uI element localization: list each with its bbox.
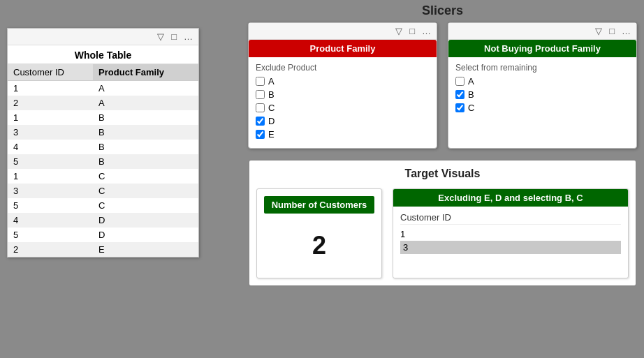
slicer-item-label: A <box>268 76 275 87</box>
col-customer-id: Customer ID <box>8 64 93 81</box>
product-family-slicer-header: Product Family <box>249 40 437 57</box>
cell-customer-id: 1 <box>8 110 93 125</box>
slicer-checkbox[interactable] <box>256 117 265 126</box>
cell-customer-id: 2 <box>8 242 93 257</box>
filter-icon[interactable]: ▽ <box>155 31 166 43</box>
more-icon[interactable]: … <box>182 31 195 43</box>
cell-product-family: C <box>93 184 198 198</box>
slicer-item[interactable]: B <box>256 89 430 100</box>
not-buying-slicer-header: Not Buying Product Family <box>448 40 636 57</box>
slicer-checkbox[interactable] <box>256 90 265 99</box>
table-row: 4B <box>8 140 198 154</box>
cell-product-family: E <box>93 242 198 257</box>
number-of-customers-value: 2 <box>264 221 374 271</box>
slicer-checkbox[interactable] <box>455 90 464 99</box>
cell-customer-id: 1 <box>8 81 93 96</box>
slicer-item-label: C <box>468 103 474 113</box>
slicers-section: Slicers ▽ □ … Product Family Exclude Pro… <box>248 3 637 351</box>
cell-customer-id: 4 <box>8 140 93 154</box>
excluding-rows: 13 <box>400 228 621 254</box>
cell-product-family: A <box>93 96 198 110</box>
slicer-item-label: A <box>468 76 474 87</box>
whole-table-body: 1A2A1B3B4B5B1C3C5C4D5D2E <box>8 81 198 258</box>
cell-customer-id: 2 <box>8 96 93 110</box>
table-row: 2E <box>8 242 198 257</box>
not-buying-slicer: ▽ □ … Not Buying Product Family Select f… <box>448 22 637 149</box>
cell-product-family: C <box>93 198 198 213</box>
slicer-item-label: C <box>268 103 275 113</box>
slicer-item[interactable]: A <box>455 76 629 87</box>
table-header-row: Customer ID Product Family <box>8 64 198 81</box>
slicers-row: ▽ □ … Product Family Exclude Product ABC… <box>248 22 637 149</box>
whole-table-title: Whole Table <box>8 45 198 64</box>
cell-product-family: B <box>93 140 198 154</box>
not-buying-sub-label: Select from remaining <box>455 63 629 73</box>
cell-customer-id: 3 <box>8 125 93 140</box>
list-item: 1 <box>400 228 621 241</box>
product-family-slicer: ▽ □ … Product Family Exclude Product ABC… <box>248 22 437 149</box>
table-row: 5B <box>8 154 198 169</box>
whole-table: Customer ID Product Family 1A2A1B3B4B5B1… <box>8 64 198 257</box>
slicer-item-label: E <box>268 129 275 140</box>
slicer-item-label: B <box>268 89 275 100</box>
cell-customer-id: 1 <box>8 169 93 184</box>
nb-more-icon[interactable]: … <box>620 25 633 37</box>
slicer-item-label: D <box>268 116 275 126</box>
product-family-items: ABCDE <box>256 76 430 140</box>
cell-product-family: B <box>93 110 198 125</box>
slicer-item[interactable]: B <box>455 89 629 100</box>
table-row: 3C <box>8 184 198 198</box>
cell-product-family: A <box>93 81 198 96</box>
excluding-card-header: Excluding E, D and selecting B, C <box>393 189 628 207</box>
target-visuals-title: Target Visuals <box>256 167 629 180</box>
slicer-checkbox[interactable] <box>256 130 265 139</box>
slicer-checkbox[interactable] <box>256 103 265 112</box>
excluding-card: Excluding E, D and selecting B, C Custom… <box>393 188 629 278</box>
table-row: 5C <box>8 198 198 213</box>
cell-customer-id: 5 <box>8 228 93 242</box>
export-icon[interactable]: □ <box>169 31 179 43</box>
product-family-slicer-body: Exclude Product ABCDE <box>249 57 437 148</box>
cell-customer-id: 5 <box>8 198 93 213</box>
slicer-checkbox[interactable] <box>256 77 265 86</box>
product-family-sub-label: Exclude Product <box>256 63 430 73</box>
not-buying-items: ABC <box>455 76 629 113</box>
excluding-card-col-header: Customer ID <box>400 212 621 225</box>
slicer-toolbar-nb: ▽ □ … <box>448 23 636 40</box>
whole-table-panel: ▽ □ … Whole Table Customer ID Product Fa… <box>7 28 199 258</box>
nb-export-icon[interactable]: □ <box>607 25 617 37</box>
slicers-title: Slicers <box>248 3 637 18</box>
target-visuals-section: Target Visuals Number of Customers 2 Exc… <box>248 159 637 287</box>
cell-customer-id: 3 <box>8 184 93 198</box>
nb-filter-icon[interactable]: ▽ <box>593 25 604 37</box>
cell-product-family: B <box>93 125 198 140</box>
slicer-filter-icon[interactable]: ▽ <box>393 25 404 37</box>
cell-customer-id: 5 <box>8 154 93 169</box>
slicer-item[interactable]: C <box>455 103 629 113</box>
slicer-checkbox[interactable] <box>455 77 464 86</box>
cell-product-family: C <box>93 169 198 184</box>
table-row: 2A <box>8 96 198 110</box>
cell-customer-id: 4 <box>8 213 93 228</box>
slicer-checkbox[interactable] <box>455 103 464 112</box>
slicer-item[interactable]: C <box>256 103 430 113</box>
table-row: 4D <box>8 213 198 228</box>
table-row: 3B <box>8 125 198 140</box>
slicer-item[interactable]: E <box>256 129 430 140</box>
slicer-more-icon[interactable]: … <box>420 25 433 37</box>
slicer-item[interactable]: A <box>256 76 430 87</box>
cell-product-family: D <box>93 213 198 228</box>
slicer-export-icon[interactable]: □ <box>407 25 417 37</box>
not-buying-slicer-body: Select from remaining ABC <box>448 57 636 121</box>
slicer-item[interactable]: D <box>256 116 430 126</box>
cell-product-family: D <box>93 228 198 242</box>
table-toolbar: ▽ □ … <box>8 29 198 45</box>
slicer-item-label: B <box>468 89 474 100</box>
slicer-toolbar-pf: ▽ □ … <box>249 23 437 40</box>
table-row: 1C <box>8 169 198 184</box>
number-of-customers-card: Number of Customers 2 <box>256 188 382 278</box>
col-product-family: Product Family <box>93 64 198 81</box>
excluding-card-body: Customer ID 13 <box>393 207 628 260</box>
table-row: 1A <box>8 81 198 96</box>
table-row: 1B <box>8 110 198 125</box>
